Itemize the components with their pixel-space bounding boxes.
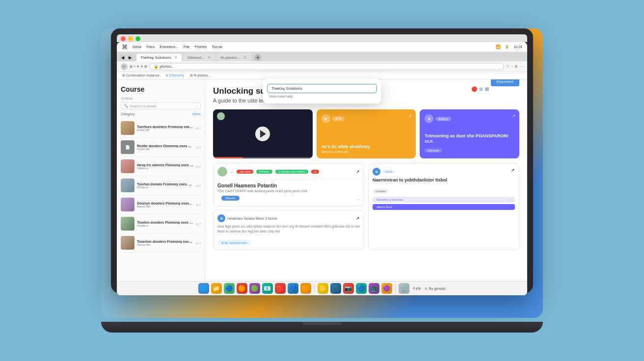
reload-button[interactable]: ⟳ xyxy=(121,63,128,70)
course-item-3[interactable]: Heog trs nderers Ftomong oses accepcets … xyxy=(121,157,201,176)
header-actions: 🔴 ⊕ ⊞ Etanment xyxy=(471,86,519,92)
course-rating-2: ⊙ 7 xyxy=(196,146,201,149)
share-icon[interactable]: ↑ xyxy=(511,64,513,69)
traffic-light-green[interactable] xyxy=(135,36,140,41)
toolbar-item-2[interactable]: ⊕ Diferentry xyxy=(164,73,186,78)
laptop-notch xyxy=(302,322,342,325)
search-input[interactable]: TheKey Solutions xyxy=(267,84,377,93)
video-player[interactable] xyxy=(213,109,313,158)
menu-item-pointts[interactable]: Pointts xyxy=(195,45,207,49)
new-tab-button[interactable]: + xyxy=(254,54,261,61)
dock-trash[interactable]: 🗑️ xyxy=(399,283,409,294)
intro-card-title: Naernrotran to yobthdanlotor Itsbol xyxy=(373,178,515,183)
bookmark-icon[interactable]: ☆ xyxy=(506,64,510,69)
toolbar-icon-2[interactable]: + xyxy=(134,65,135,68)
menu-item-torcar[interactable]: Torcar xyxy=(212,45,222,49)
course-name-7: Tooerton dooders Fromong oses accepcets xyxy=(137,240,193,243)
content-card-meta: Hetatoties Vaolew Mees 3 Nonor xyxy=(227,217,277,220)
course-item-7[interactable]: Tooerton dooders Fromong oses accepcets … xyxy=(121,233,201,253)
chat-arrow[interactable]: → xyxy=(356,198,360,202)
dock-icon-4[interactable]: 🟠 xyxy=(237,283,247,294)
course-item-4[interactable]: Toortun donara Fromong oses. Noacepts Gh… xyxy=(121,176,201,195)
purple-card[interactable]: ↗ ⊕ Eaivrs Totnooning as duet she POANSP… xyxy=(420,109,519,158)
category-link[interactable]: tution xyxy=(192,112,201,116)
traffic-light-red[interactable] xyxy=(121,36,126,41)
content-expand-icon[interactable]: ↗ xyxy=(356,216,360,221)
dock-icon-14[interactable]: 📺 xyxy=(369,283,379,294)
dock-icon-11[interactable]: 🎵 xyxy=(330,283,341,294)
course-item-5[interactable]: Dooriun dooders Ftomong oses accepcets f… xyxy=(121,195,201,214)
toolbar-quick-actions: ⊞ + ✦ ✕ ⊞ xyxy=(130,65,147,69)
tab-3[interactable]: fh-pbotoc... ✕ xyxy=(216,53,251,61)
course-name-2: Reotin dooders Gtomong oses accepcets xyxy=(137,144,193,148)
dock-icon-10[interactable]: 🟡 xyxy=(318,283,328,294)
search-placeholder: Search for details xyxy=(130,104,156,108)
sidebar-search[interactable]: 🔍 Search for details ○ xyxy=(121,103,201,109)
traffic-light-yellow[interactable] xyxy=(128,36,133,41)
course-desc-7: fheost 5kh xyxy=(137,243,193,246)
enroll-button[interactable]: Etanment xyxy=(491,79,519,86)
dock-icon-7[interactable]: 🔴 xyxy=(275,283,286,294)
menu-item-file[interactable]: File xyxy=(184,45,190,49)
dock-icon-12[interactable]: 📷 xyxy=(343,283,354,294)
chat-expand-icon[interactable]: ↗ xyxy=(356,169,360,174)
toolbar-item-1[interactable]: ⊞ Continuation Instance xyxy=(121,73,161,78)
course-item-2[interactable]: 📄 Reotin dooders Gtomong oses accepcets … xyxy=(121,138,201,157)
dock-icon-2[interactable]: 📁 xyxy=(211,283,222,294)
dock-icon-6[interactable]: 📧 xyxy=(262,283,273,294)
purple-card-badge: Eaivrs xyxy=(435,117,451,121)
toolbar-icon-4[interactable]: ✕ xyxy=(140,65,143,69)
menu-item-desk[interactable]: Desk xyxy=(133,45,141,49)
settings-icon[interactable]: ⋯ xyxy=(519,64,523,69)
intro-status-badge: Grtoties xyxy=(373,189,389,194)
course-info-2: Reotin dooders Gtomong oses accepcets Gu… xyxy=(137,144,193,151)
dock-icon-13[interactable]: 🔵 xyxy=(356,283,367,294)
back-button[interactable]: ◀ xyxy=(120,54,126,60)
browser-toolbar: ⊞ Continuation Instance ⊕ Diferentry ⊞ f… xyxy=(117,72,527,79)
dock-icon-15[interactable]: 🟣 xyxy=(381,283,392,294)
address-bar[interactable]: 🔒 pbotoc... xyxy=(149,63,504,70)
menu-item-files[interactable]: Files xyxy=(146,45,155,49)
share-icon-2[interactable]: 🔴 xyxy=(471,86,477,92)
orange-card[interactable]: ↗ ⊕ ⊕3s Av's tis aibte eloethney Betond … xyxy=(317,109,416,158)
purple-card-action[interactable]: Iotlooted xyxy=(425,149,442,153)
orange-card-subtext: Betond confinuers xyxy=(322,150,411,154)
settings-icon-2[interactable]: ⊕ xyxy=(479,86,483,92)
toolbar-icon-5[interactable]: ⊞ xyxy=(144,65,147,69)
dock-icon-1[interactable]: 🌐 xyxy=(198,283,209,294)
course-rating-6: ⊙ 7 xyxy=(196,222,201,226)
dock-label: ℹ ysp xyxy=(413,286,421,290)
chat-header: — Jas tiont 8 Pelter G Aonioo lals Iotio… xyxy=(214,164,364,180)
extensions-icon[interactable]: ⊕ xyxy=(514,64,518,69)
course-item-1[interactable]: Toertiurs dusiners Fromong oses accepcet… xyxy=(121,119,201,138)
chat-action-button[interactable]: 5Baotfo xyxy=(221,196,240,201)
course-rating-5: ⊙ 7 xyxy=(196,203,201,206)
card-arrow-purple: ↗ xyxy=(511,113,515,119)
intro-expand-icon[interactable]: ↗ xyxy=(511,168,515,173)
intro-action-1-arrow: → xyxy=(508,198,511,201)
toolbar-item-3[interactable]: ⊞ fh-pbotoc... xyxy=(188,73,213,78)
menu-item-entreteni[interactable]: Entreteni... xyxy=(160,45,179,49)
course-item-6[interactable]: Toorton dooders Ftomong oses accepcets G… xyxy=(121,214,201,233)
forward-button[interactable]: ▶ xyxy=(127,54,133,60)
chat-tag-3: G Aonioo lals Iotiofin xyxy=(275,170,308,174)
filter-icon[interactable]: ○ xyxy=(196,104,198,108)
tab-active[interactable]: TheKey Solutions ✕ xyxy=(136,53,182,61)
sidebar-title: Course xyxy=(121,85,201,93)
dock-icon-9[interactable]: 🔶 xyxy=(300,283,311,294)
course-info-5: Dooriun dooders Ftomong oses accepcets f… xyxy=(137,202,193,208)
play-button[interactable] xyxy=(255,127,270,141)
tab-2[interactable]: Diferent... ✕ xyxy=(183,53,215,61)
dock-icon-3[interactable]: 🔵 xyxy=(224,283,235,294)
more-icon[interactable]: ⊞ xyxy=(485,86,489,92)
video-card[interactable] xyxy=(213,109,313,158)
toolbar-icon-3[interactable]: ✦ xyxy=(136,65,139,69)
toolbar-icon-1[interactable]: ⊞ xyxy=(130,65,133,69)
dock-icon-8[interactable]: 💙 xyxy=(288,283,298,294)
intro-action-2[interactable]: afitony Bost xyxy=(373,204,515,210)
apple-menu[interactable]: ⌘ xyxy=(122,44,128,51)
purple-card-icon: ⊕ xyxy=(425,114,433,123)
dock-icon-5[interactable]: 🟢 xyxy=(249,283,260,294)
dock-bar: 🌐 📁 🔵 🟠 🟢 📧 🔴 💙 🔶 🟡 🎵 📷 🔵 📺 🟣 🗑️ ℹ ysp xyxy=(117,281,527,295)
intro-action-1[interactable]: Gesotiea a norranoy → xyxy=(373,197,515,203)
